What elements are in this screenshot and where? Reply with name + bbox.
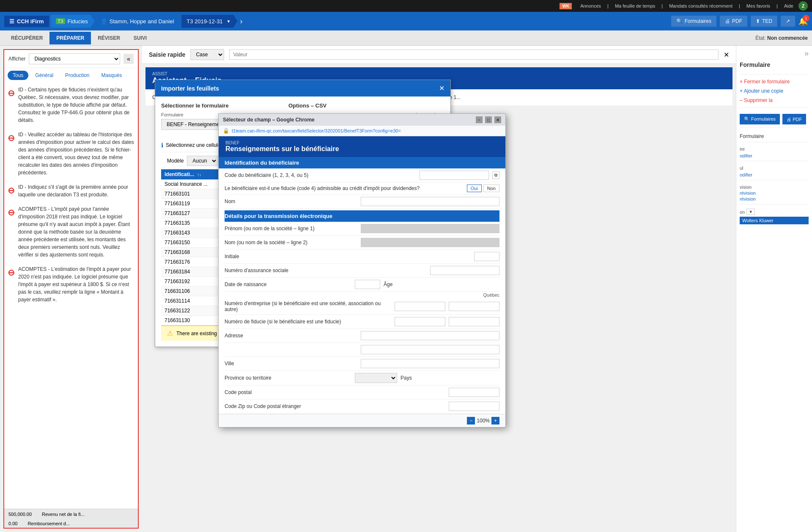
share-button[interactable]: ↗ [781,16,795,27]
province-label: Province ou territoire [225,375,351,381]
benef-form: Code du bénéficiaire (1, 2, 3, 4, ou 5) … [219,168,505,414]
initiale-input[interactable] [474,252,499,261]
tab-tous[interactable]: Tous [8,71,28,80]
tab-reviser[interactable]: RÉVISER [91,32,127,44]
chrome-minimize-button[interactable]: − [476,116,483,123]
tab-production[interactable]: Production [60,71,94,80]
fiducie-oui-button[interactable]: Oui [467,185,482,192]
pdf-label: PDF [732,18,742,24]
ajouter-copie-item[interactable]: + Ajouter une copie [740,86,809,96]
nom-societe-label: Nom (ou nom de la société – ligne 2) [225,240,357,245]
benef-form-title: Renseignements sur le bénéficiaire [225,145,499,153]
breadcrumb-fiducies[interactable]: T3 Fiducies [51,15,95,28]
fiducie-non-button[interactable]: Non [483,185,499,192]
benef-footer: − 100% + [219,414,505,427]
odifier-item-1[interactable]: odifier [740,153,809,158]
chrome-maximize-button[interactable]: □ [485,116,492,123]
num-fiducie-input-2[interactable] [449,317,499,326]
modele-select[interactable]: Aucun [187,156,218,166]
tab-recuperer[interactable]: RÉCUPÉRER [4,32,49,44]
cp-input[interactable] [449,388,499,397]
odifier-item-2[interactable]: odifier [740,172,809,177]
province-select[interactable] [355,373,397,383]
annonces-link[interactable]: Annonces [580,3,601,8]
app-logo[interactable]: ☰ CCH iFirm [4,16,49,27]
left-panel: Afficher Diagnostics « Tous Général Prod… [3,49,139,529]
zoom-control: − 100% + [467,417,499,424]
bell-notification[interactable]: 🔔 1 [798,17,808,26]
supprimer-item[interactable]: – Supprimer la [740,96,809,105]
feuille-temps-link[interactable]: Ma feuille de temps [615,3,655,8]
import-modal-close-button[interactable]: ✕ [439,84,444,92]
person-icon: 👤 [101,18,107,25]
ville-input[interactable] [361,359,499,368]
num-fiducie-input-1[interactable] [395,317,445,326]
nas-input[interactable] [430,266,499,275]
fermer-formulaire-item[interactable]: × Fermer le formulaire [740,77,809,86]
formulaires-button[interactable]: 🔍 Formulaires [671,16,716,27]
pdf-sidebar-button[interactable]: 🖨 PDF [782,114,806,124]
sidebar-expand-icon[interactable]: » [740,49,809,58]
user-avatar[interactable]: Z [798,1,808,11]
benef-row-code: Code du bénéficiaire (1, 2, 3, 4, ou 5) … [225,168,499,182]
left-panel-header: Afficher Diagnostics « [4,50,138,68]
bell-badge: 1 [803,15,809,22]
chrome-close-button[interactable]: ✕ [494,116,501,123]
tab-general[interactable]: Général [30,71,58,80]
prenom-input[interactable] [361,224,499,233]
entreprise-input-2[interactable] [449,302,499,311]
benef-row-province: Province ou territoire Pays [225,371,499,386]
dob-label: Date de naissance [225,281,351,287]
nav-bar: ☰ CCH iFirm T3 Fiducies 👤 Stamm, Hoppe a… [0,12,812,30]
chrome-title: Sélecteur de champ – Google Chrome [223,117,315,123]
print-icon: 🖨 [725,18,730,24]
case-select[interactable]: Case [190,49,224,60]
breadcrumb-client[interactable]: 👤 Stamm, Hoppe and Daniel [96,15,181,28]
tab-preparer[interactable]: PRÉPARER [49,32,91,44]
ville-label: Ville [225,361,357,367]
benef-row-zip: Code Zip ou Code postal étranger [225,400,499,413]
zip-input[interactable] [449,402,499,411]
sidebar-separator-5 [740,161,809,161]
tab-masques[interactable]: Masqués [96,71,127,80]
upload-icon: ⬆ [756,18,760,24]
ted-button[interactable]: ⬆ TED [751,16,777,27]
aide-link[interactable]: Aide [784,3,793,8]
formulaires-sidebar-button[interactable]: 🔍 Formulaires [740,114,780,124]
diag-minus-1[interactable]: ⊖ [8,87,15,99]
nom-societe-input[interactable] [361,238,499,247]
breadcrumb-period[interactable]: T3 2019-12-31 ▼ [181,15,237,28]
diag-minus-5[interactable]: ⊖ [8,266,15,279]
mandats-link[interactable]: Mandats consultés récemment [669,3,732,8]
diag-minus-4[interactable]: ⊖ [8,206,15,219]
zoom-out-button[interactable]: − [467,417,475,424]
entreprise-input-1[interactable] [395,302,445,311]
dob-input[interactable] [355,280,380,289]
favoris-link[interactable]: Mes favoris [746,3,770,8]
adresse-input[interactable] [361,331,499,340]
zoom-in-button[interactable]: + [491,417,499,424]
dropdown-on[interactable]: ▼ [746,209,755,215]
diag-minus-2[interactable]: ⊖ [8,132,15,144]
afficher-select[interactable]: Diagnostics [29,53,120,64]
fiducie-oui-non: Oui Non [467,185,499,192]
diag-text-5: ACOMPTES - L'estimation de l'impôt à pay… [18,265,134,303]
info-icon: ℹ [161,142,163,149]
revision-item-2[interactable]: révision [740,196,809,201]
adresse2-input[interactable] [361,345,499,354]
quick-bar-close-button[interactable]: ✕ [724,51,729,59]
benef-row-prenom: Prénom (ou nom de la société – ligne 1) [225,222,499,236]
code-beneficiaire-input[interactable] [420,171,489,180]
collapse-button[interactable]: « [123,54,134,64]
tab-suivi[interactable]: SUIVI [127,32,154,44]
valeur-input[interactable] [229,50,719,60]
nom-input[interactable] [361,197,499,206]
revenu-label: Revenu net de la fi... [42,512,85,517]
benef-row-num-fiducie: Numéro de fiducie (si le bénéficiaire es… [225,315,499,329]
wolters-kluwer-badge[interactable]: Wolters Kluwer [740,217,809,224]
revision-item-1[interactable]: révision [740,190,809,196]
filter-tabs: Tous Général Production Masqués [4,68,138,83]
num-fiducie-label: Numéro de fiducie (si le bénéficiaire es… [225,319,391,325]
pdf-button[interactable]: 🖨 PDF [720,16,747,27]
diag-minus-3[interactable]: ⊖ [8,184,15,197]
